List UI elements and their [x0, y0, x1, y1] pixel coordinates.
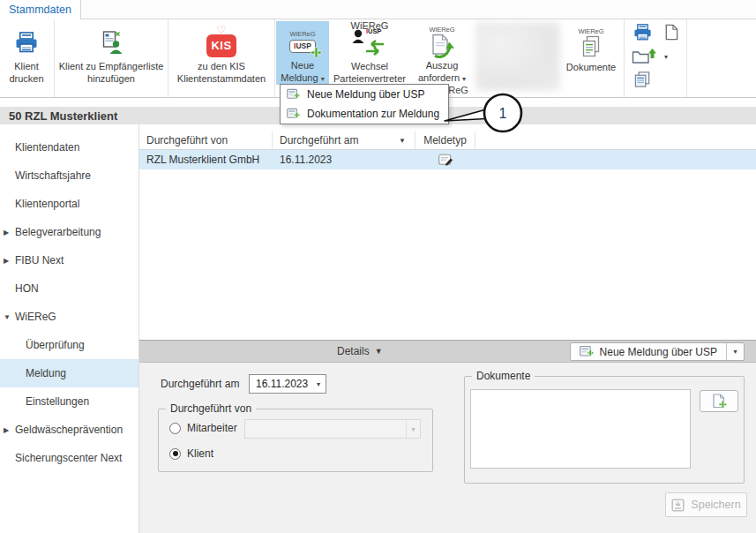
auszug-anfordern-button[interactable]: WiEReG Auszug anfordern ▾: [410, 21, 474, 85]
expand-icon[interactable]: ▶: [4, 426, 15, 434]
expand-icon[interactable]: ▶: [4, 229, 15, 236]
radio-klient[interactable]: Klient: [169, 447, 213, 460]
durchgefuehrt-von-groupbox: Durchgeführt von Mitarbeiter ▾ Klient: [158, 409, 433, 472]
ribbon-group-quick-icons: ▾: [625, 19, 687, 97]
split-button-dropdown[interactable]: ▾: [726, 343, 744, 360]
add-report-icon: [287, 108, 300, 120]
ribbon-group-drucken: Klient drucken: [0, 19, 55, 97]
menu-item-neue-meldung-ueber-usp[interactable]: Neue Meldung über USP: [281, 85, 448, 104]
ribbon-tab-bar: Stammdaten: [0, 0, 756, 19]
klient-drucken-button[interactable]: Klient drucken: [1, 21, 52, 85]
neue-meldung-button[interactable]: WiEReG IUSP Neue Meldung ▾: [276, 21, 329, 85]
radio-button-icon[interactable]: [169, 423, 181, 434]
sidebar-item-klientenportal[interactable]: Klientenportal: [0, 190, 138, 218]
column-header-durchgefuehrt-am[interactable]: Durchgeführt am▼: [273, 131, 415, 149]
sidebar-item-ueberpruefung[interactable]: Überprüfung: [0, 331, 138, 359]
menu-item-dokumentation-zur-meldung[interactable]: Dokumentation zur Meldung: [281, 104, 448, 124]
sidebar-item-klientendaten[interactable]: Klientendaten: [0, 133, 138, 161]
chevron-down-icon: ▾: [733, 348, 737, 356]
dokumente-listbox[interactable]: [470, 389, 691, 469]
chevron-down-icon: ▾: [462, 75, 466, 83]
new-page-icon[interactable]: [662, 24, 679, 41]
wechsel-parteienvertreter-button[interactable]: WiEReG IUSP Wechsel Parteienvertreter: [329, 21, 410, 85]
ribbon-filler: [687, 19, 756, 97]
sidebar-item-sicherungscenter-next[interactable]: Sicherungscenter Next: [0, 444, 138, 472]
speichern-button[interactable]: Speichern: [665, 492, 747, 517]
collapse-icon[interactable]: ▼: [4, 313, 15, 321]
durchgefuehrt-am-date-combo[interactable]: 16.11.2023 ▾: [249, 374, 326, 394]
printer-icon: [15, 23, 38, 61]
sidebar-item-hon[interactable]: HON: [0, 274, 138, 303]
chevron-down-icon: ▾: [321, 75, 325, 83]
add-report-icon: [580, 345, 594, 358]
add-document-icon: [711, 394, 727, 409]
radio-button-selected-icon[interactable]: [169, 448, 181, 460]
tab-bar-filler: [81, 0, 756, 19]
plus-icon: [311, 47, 322, 58]
table-empty-area: [139, 169, 756, 340]
dokumente-button[interactable]: WiEReG Dokumente: [562, 21, 620, 85]
sidebar-item-fibu-next[interactable]: ▶FIBU Next: [0, 246, 138, 274]
mitarbeiter-combo[interactable]: ▾: [244, 419, 421, 439]
sidebar-item-meldung[interactable]: Meldung: [0, 359, 138, 387]
chevron-down-icon: ▾: [311, 380, 326, 388]
durchgefuehrt-am-label: Durchgeführt am: [161, 378, 239, 390]
heart-icon: ♡: [217, 25, 227, 35]
details-toggle[interactable]: Details ▼: [337, 345, 383, 357]
chevron-down-icon: ▾: [406, 420, 420, 438]
add-document-button[interactable]: [700, 390, 738, 412]
document-person-icon: [100, 23, 123, 61]
ribbon-group-kis: ♡ KIS zu den KIS Klientenstammdaten: [168, 19, 275, 97]
sidebar-item-einstellungen[interactable]: Einstellungen: [0, 387, 138, 416]
kis-stammdaten-button[interactable]: ♡ KIS zu den KIS Klientenstammdaten: [169, 21, 273, 85]
ribbon-group-empfaengerliste: Klient zu Empfängerliste hinzufügen: [55, 19, 168, 97]
radio-mitarbeiter[interactable]: Mitarbeiter: [169, 422, 237, 434]
sidebar: Klientendaten Wirtschaftsjahre Klientenp…: [0, 124, 139, 533]
neue-meldung-usp-split-button: Neue Meldung über USP ▾: [570, 342, 745, 361]
sidebar-item-belegverarbeitung[interactable]: ▶Belegverarbeitung: [0, 218, 138, 246]
sort-descending-icon[interactable]: ▼: [399, 137, 406, 145]
details-panel: Durchgeführt am 16.11.2023 ▾ Durchgeführ…: [139, 363, 756, 533]
dokumente-groupbox: Dokumente: [464, 376, 745, 484]
neue-meldung-dropdown-menu: Neue Meldung über USP Dokumentation zur …: [280, 84, 449, 124]
print-icon[interactable]: [633, 24, 652, 41]
note-edit-icon: [438, 154, 453, 166]
add-report-icon: [287, 88, 300, 101]
redacted-ribbon-button: [475, 22, 560, 91]
chevron-down-icon[interactable]: ▾: [664, 53, 668, 61]
documents-icon: WiEReG: [578, 23, 603, 62]
chevron-down-icon: ▼: [375, 347, 383, 356]
tab-stammdaten[interactable]: Stammdaten: [0, 0, 81, 19]
copies-icon[interactable]: [633, 71, 652, 88]
page-title: 50 RZL Musterklient: [9, 109, 117, 123]
table-row[interactable]: RZL Musterklient GmbH 16.11.2023: [139, 150, 756, 169]
details-bar: Details ▼ Neue Meldung über USP ▾: [139, 340, 756, 363]
annotation-callout-1: 1: [439, 88, 531, 138]
neue-meldung-usp-button[interactable]: Neue Meldung über USP: [571, 343, 726, 360]
meldetyp-cell: [415, 154, 475, 166]
wiereg-usp-new-icon: WiEReG IUSP: [289, 23, 316, 60]
application-window: Stammdaten Klient drucken: [0, 0, 756, 533]
kis-icon: ♡ KIS: [206, 23, 236, 61]
document-request-icon: WiEReG: [429, 23, 455, 60]
column-header-durchgefuehrt-von[interactable]: Durchgeführt von: [139, 131, 273, 149]
empfaengerliste-button[interactable]: Klient zu Empfängerliste hinzufügen: [56, 21, 167, 85]
person-swap-icon: WiEReG IUSP: [352, 23, 387, 61]
sidebar-item-wiereg[interactable]: ▼WiEReG: [0, 303, 138, 331]
sidebar-item-wirtschaftsjahre[interactable]: Wirtschaftsjahre: [0, 161, 138, 190]
folder-upload-icon[interactable]: [632, 48, 656, 64]
save-icon: [671, 499, 685, 512]
content-area: Durchgeführt von Durchgeführt am▼ Meldet…: [139, 124, 756, 533]
expand-icon[interactable]: ▶: [4, 257, 15, 265]
callout-number: 1: [499, 106, 507, 121]
sidebar-item-geldwaeschepraevention[interactable]: ▶Geldwäscheprävention: [0, 416, 138, 444]
